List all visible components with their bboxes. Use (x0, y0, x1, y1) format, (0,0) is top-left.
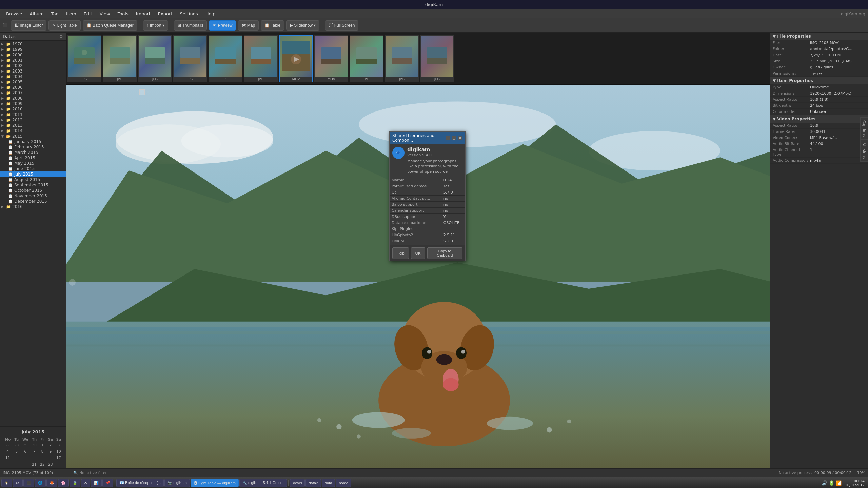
maximize-btn[interactable]: □ (452, 136, 456, 140)
cal-day[interactable] (55, 462, 62, 467)
taskbar-about[interactable]: 🔧 digiKam-5.4.1-Grou... (239, 479, 287, 487)
year-2000[interactable]: ▶ 📁 2000 (0, 52, 66, 58)
year-2013[interactable]: ▶ 📁 2013 (0, 123, 66, 128)
taskbar-clock[interactable]: 00:14 10/01/2017 (843, 478, 867, 488)
year-2011[interactable]: ▶ 📁 2011 (0, 112, 66, 117)
thumbnail-8[interactable]: MOV (314, 35, 348, 82)
cal-day[interactable]: 28 (13, 442, 20, 448)
year-2006[interactable]: ▶ 📁 2006 (0, 85, 66, 90)
year-2014[interactable]: ▶ 📁 2014 (0, 128, 66, 134)
cal-day[interactable]: 17 (55, 455, 62, 461)
menu-help[interactable]: Help (202, 11, 219, 17)
cal-day[interactable] (3, 462, 12, 467)
year-2008[interactable]: ▶ 📁 2008 (0, 96, 66, 101)
taskbar-firefox[interactable]: 🦊 (46, 479, 57, 487)
cal-day[interactable] (13, 455, 20, 461)
light-table-btn[interactable]: ☀ Light Table (48, 20, 80, 30)
year-2004[interactable]: ▶ 📁 2004 (0, 74, 66, 79)
menu-import[interactable]: Import (133, 11, 154, 17)
menu-export[interactable]: Export (155, 11, 176, 17)
year-2009[interactable]: ▶ 📁 2009 (0, 101, 66, 106)
year-2007[interactable]: ▶ 📁 2007 (0, 90, 66, 96)
thumbnail-4[interactable]: JPG (173, 35, 207, 82)
map-btn[interactable]: 🗺 Map (238, 20, 259, 30)
cal-day[interactable]: 9 (47, 449, 54, 454)
thumbnail-10[interactable]: JPG (385, 35, 419, 82)
month-nov-2015[interactable]: 📋 November 2015 (0, 193, 66, 199)
copy-clipboard-btn[interactable]: Copy to Clipboard (427, 247, 462, 259)
cal-day[interactable]: 23 (47, 462, 54, 467)
thumbnail-6[interactable]: JPG (244, 35, 278, 82)
year-2016[interactable]: ▶ 📁 2016 (0, 204, 66, 209)
menu-item[interactable]: Item (63, 11, 80, 17)
month-feb-2015[interactable]: 📋 February 2015 (0, 144, 66, 150)
month-aug-2015[interactable]: 📋 August 2015 (0, 177, 66, 182)
taskbar-ws-data[interactable]: data (322, 479, 335, 487)
table-btn[interactable]: 📋 Table (261, 20, 284, 30)
year-2002[interactable]: ▶ 📁 2002 (0, 63, 66, 68)
cal-day[interactable]: 11 (3, 455, 12, 461)
cal-day[interactable] (39, 455, 46, 461)
tray-icon-1[interactable]: 🔊 (822, 480, 827, 486)
tray-icon-3[interactable]: 📶 (836, 480, 842, 486)
image-editor-btn[interactable]: 🖼 Image Editor (11, 20, 46, 30)
taskbar-app2[interactable]: 🍃 (70, 479, 80, 487)
cal-day[interactable]: 5 (13, 449, 20, 454)
cal-day[interactable]: 22 (39, 462, 46, 467)
menu-browse[interactable]: Browse (3, 11, 25, 17)
thumbnail-11[interactable]: JPG (420, 35, 454, 82)
cal-day[interactable] (13, 462, 20, 467)
thumbnail-5[interactable]: JPG (209, 35, 242, 82)
year-2015[interactable]: ▼ 📂 2015 (0, 134, 66, 139)
taskbar-terminal[interactable]: ⬛ (23, 479, 34, 487)
slideshow-btn[interactable]: ▶ Slideshow ▾ (286, 20, 319, 30)
taskbar-email[interactable]: 📧 Boîte de réception (... (116, 479, 164, 487)
taskbar-system[interactable]: 🐧 (1, 479, 12, 487)
taskbar-browser[interactable]: 🌐 (35, 479, 46, 487)
cal-day[interactable] (31, 455, 38, 461)
close-btn[interactable]: ✕ (458, 136, 462, 140)
menu-edit[interactable]: Edit (80, 11, 96, 17)
month-oct-2015[interactable]: 📋 October 2015 (0, 188, 66, 193)
import-btn[interactable]: ↑ Import ▾ (143, 20, 169, 30)
cal-day[interactable]: 10 (55, 449, 62, 454)
file-properties-title[interactable]: ▼ File Properties (770, 33, 868, 40)
thumbnail-9[interactable]: JPG (350, 35, 383, 82)
year-2005[interactable]: ▶ 📁 2005 (0, 79, 66, 85)
year-2003[interactable]: ▶ 📁 2003 (0, 68, 66, 74)
cal-day[interactable]: 6 (21, 449, 30, 454)
cal-day[interactable]: 3 (55, 442, 62, 448)
minimize-btn[interactable]: ─ (446, 136, 450, 140)
month-dec-2015[interactable]: 📋 December 2015 (0, 199, 66, 204)
taskbar-app4[interactable]: 📊 (91, 479, 102, 487)
taskbar-lighttable[interactable]: 🖼 Light Table — digiKam (191, 479, 239, 487)
prev-nav-arrow[interactable]: ‹ (69, 279, 76, 286)
month-apr-2015[interactable]: 📋 April 2015 (0, 155, 66, 161)
taskbar-app3[interactable]: ✖ (81, 479, 90, 487)
captions-tab[interactable]: Captions (860, 117, 868, 140)
year-2012[interactable]: ▶ 📁 2012 (0, 117, 66, 123)
ok-btn[interactable]: OK (411, 247, 425, 259)
cal-day[interactable]: 1 (39, 442, 46, 448)
cal-day[interactable]: 8 (39, 449, 46, 454)
dates-tree[interactable]: ▶ 📁 1970 ▶ 📁 1999 ▶ 📁 2000 ▶ 📁 2001 ▶ (0, 41, 66, 426)
thumbnail-3[interactable]: JPG (138, 35, 172, 82)
item-properties-title[interactable]: ▼ Item Properties (770, 77, 868, 84)
thumbnail-2[interactable]: JPG (103, 35, 137, 82)
thumbnails-btn[interactable]: ⊞ Thumbnails (174, 20, 207, 30)
taskbar-digikam[interactable]: 📷 digiKam (164, 479, 190, 487)
month-sep-2015[interactable]: 📋 September 2015 (0, 182, 66, 188)
year-2001[interactable]: ▶ 📁 2001 (0, 58, 66, 63)
menu-settings[interactable]: Settings (176, 11, 201, 17)
menu-view[interactable]: View (96, 11, 114, 17)
cal-day[interactable] (47, 455, 54, 461)
taskbar-ws-data2[interactable]: data2 (305, 479, 321, 487)
year-1970[interactable]: ▶ 📁 1970 (0, 41, 66, 47)
taskbar-ws-devel[interactable]: devel (290, 479, 305, 487)
year-1999[interactable]: ▶ 📁 1999 (0, 47, 66, 52)
cal-day[interactable]: 21 (31, 462, 38, 467)
menu-tools[interactable]: Tools (114, 11, 132, 17)
cal-day[interactable]: 4 (3, 449, 12, 454)
fullscreen-btn[interactable]: ⛶ Full Screen (325, 20, 358, 30)
year-2010[interactable]: ▶ 📁 2010 (0, 106, 66, 112)
